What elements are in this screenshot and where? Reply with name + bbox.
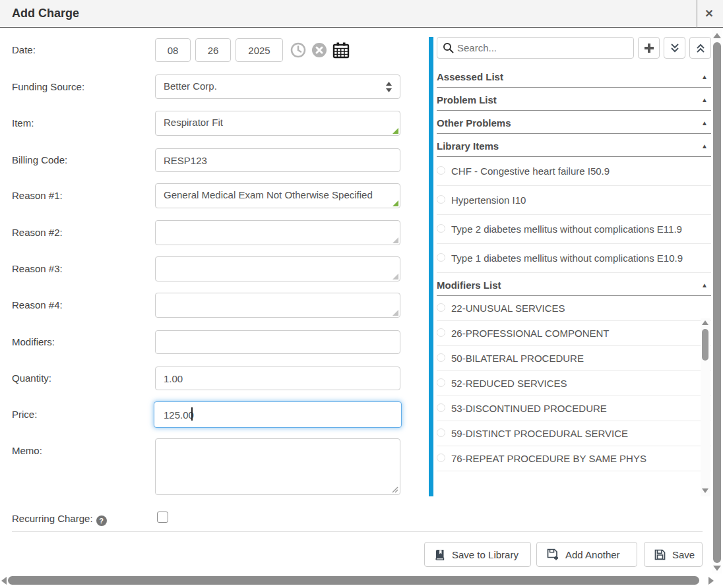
radio-bullet-icon: [437, 166, 445, 175]
list-item-label: Hypertension I10: [451, 191, 526, 209]
calendar-icon[interactable]: [332, 42, 350, 59]
resize-grip-icon[interactable]: [393, 310, 398, 316]
list-item[interactable]: Type 1 diabetes mellitus without complic…: [437, 244, 711, 273]
codes-panel: Assessed List ▲ Problem List ▲ Other Pro…: [437, 37, 711, 471]
section-other-problems[interactable]: Other Problems ▲: [437, 111, 711, 134]
close-icon[interactable]: ✕: [701, 6, 718, 22]
book-icon: [434, 548, 446, 560]
radio-bullet-icon: [437, 253, 445, 262]
funding-source-label: Funding Source:: [12, 81, 84, 92]
list-item-label: 59-DISTINCT PROCEDURAL SERVICE: [451, 426, 628, 440]
resize-grip-icon[interactable]: [393, 237, 398, 243]
select-arrows-icon: [385, 80, 393, 94]
list-item[interactable]: CHF - Congestive heart failure I50.9: [437, 157, 711, 186]
date-month-input[interactable]: [155, 38, 191, 62]
text-caret: [191, 407, 193, 421]
list-item[interactable]: 22-UNUSUAL SERVICES: [437, 296, 711, 321]
scroll-down-arrow-icon[interactable]: [702, 488, 708, 493]
section-library-items[interactable]: Library Items ▲: [437, 134, 711, 157]
modifiers-input[interactable]: [155, 330, 400, 354]
scroll-right-arrow-icon[interactable]: [708, 577, 714, 585]
double-chevron-down-icon: [670, 43, 680, 53]
list-item[interactable]: Type 2 diabetes mellitus without complic…: [437, 215, 711, 244]
help-icon[interactable]: ?: [96, 515, 107, 526]
list-item[interactable]: Hypertension I10: [437, 186, 711, 215]
scroll-left-arrow-icon[interactable]: [1, 577, 7, 585]
add-code-button[interactable]: [638, 37, 660, 59]
reason4-field[interactable]: [155, 293, 400, 318]
plus-icon: [643, 42, 655, 54]
clock-icon[interactable]: [290, 42, 306, 58]
list-item-label: Type 2 diabetes mellitus without complic…: [451, 220, 682, 238]
item-field[interactable]: Respirator Fit: [155, 111, 400, 136]
date-year-input[interactable]: [236, 38, 283, 62]
billing-code-input[interactable]: [155, 148, 400, 172]
save-button[interactable]: Save: [644, 542, 703, 567]
resize-grip-icon[interactable]: [393, 274, 398, 279]
reason3-label: Reason #3:: [12, 263, 63, 274]
double-chevron-up-icon: [695, 43, 706, 53]
save-label: Save: [672, 549, 695, 560]
section-modifiers-list[interactable]: Modifiers List ▲: [437, 273, 711, 296]
expand-all-button[interactable]: [664, 37, 685, 59]
reason3-field[interactable]: [155, 256, 400, 281]
scroll-up-arrow-icon[interactable]: [702, 320, 708, 325]
section-title: Library Items: [437, 140, 499, 152]
list-item[interactable]: 50-BILATERAL PROCEDURE: [437, 346, 711, 371]
save-to-library-button[interactable]: Save to Library: [424, 542, 531, 567]
price-label: Price:: [12, 409, 37, 420]
list-item[interactable]: 52-REDUCED SERVICES: [437, 371, 711, 396]
section-title: Modifiers List: [437, 279, 501, 291]
list-item[interactable]: 59-DISTINCT PROCEDURAL SERVICE: [437, 421, 711, 446]
horizontal-scrollbar-thumb[interactable]: [8, 576, 699, 585]
vertical-scrollbar-thumb[interactable]: [713, 42, 721, 563]
horizontal-scrollbar[interactable]: [0, 574, 723, 588]
resize-grip-icon[interactable]: [393, 128, 398, 134]
funding-source-select[interactable]: Better Corp.: [155, 74, 400, 99]
memo-field[interactable]: [155, 438, 400, 495]
section-title: Assessed List: [437, 71, 503, 82]
scroll-up-arrow-icon[interactable]: [713, 33, 721, 38]
quantity-label: Quantity:: [12, 372, 51, 384]
list-item[interactable]: 76-REPEAT PROCEDURE BY SAME PHYS: [437, 446, 711, 471]
vertical-scrollbar[interactable]: [712, 29, 722, 573]
collapse-all-button[interactable]: [689, 37, 711, 59]
reason4-label: Reason #4:: [12, 299, 63, 310]
radio-bullet-icon: [437, 403, 445, 412]
reason1-value: General Medical Exam Not Otherwise Speci…: [164, 189, 373, 200]
collapse-arrow-icon: ▲: [701, 142, 708, 150]
list-item[interactable]: 26-PROFESSIONAL COMPONENT: [437, 321, 711, 346]
section-title: Other Problems: [437, 117, 511, 129]
section-assessed-list[interactable]: Assessed List ▲: [437, 65, 711, 88]
footer-divider: [12, 531, 703, 532]
section-title: Problem List: [437, 94, 497, 105]
header-divider: [697, 0, 697, 28]
section-problem-list[interactable]: Problem List ▲: [437, 88, 711, 111]
collapse-arrow-icon: ▲: [701, 119, 708, 127]
reason2-field[interactable]: [155, 220, 400, 245]
scroll-down-arrow-icon[interactable]: [713, 566, 721, 571]
reason1-field[interactable]: General Medical Exam Not Otherwise Speci…: [155, 183, 400, 208]
radio-bullet-icon: [437, 428, 445, 437]
inner-list-scrollbar[interactable]: [701, 318, 710, 496]
resize-grip-icon[interactable]: [393, 200, 398, 206]
list-item-label: 76-REPEAT PROCEDURE BY SAME PHYS: [451, 452, 646, 465]
search-input[interactable]: [437, 37, 634, 59]
list-item[interactable]: 53-DISCONTINUED PROCEDURE: [437, 396, 711, 421]
collapse-arrow-icon: ▲: [701, 73, 708, 80]
radio-bullet-icon: [437, 328, 445, 337]
reason1-label: Reason #1:: [12, 190, 63, 201]
list-item-label: CHF - Congestive heart failure I50.9: [451, 162, 610, 180]
add-another-label: Add Another: [565, 549, 620, 560]
add-another-button[interactable]: Add Another: [536, 542, 637, 567]
date-day-input[interactable]: [195, 38, 231, 62]
list-item-label: 52-REDUCED SERVICES: [451, 376, 567, 390]
resize-grip-icon[interactable]: [391, 485, 398, 493]
panel-accent-bar: [429, 37, 433, 496]
clear-icon[interactable]: [311, 42, 327, 58]
recurring-charge-checkbox[interactable]: [157, 512, 168, 523]
quantity-input[interactable]: [155, 367, 400, 390]
inner-scrollbar-thumb[interactable]: [702, 329, 708, 361]
save-plus-icon: [546, 548, 559, 561]
list-item-label: 50-BILATERAL PROCEDURE: [451, 351, 584, 365]
